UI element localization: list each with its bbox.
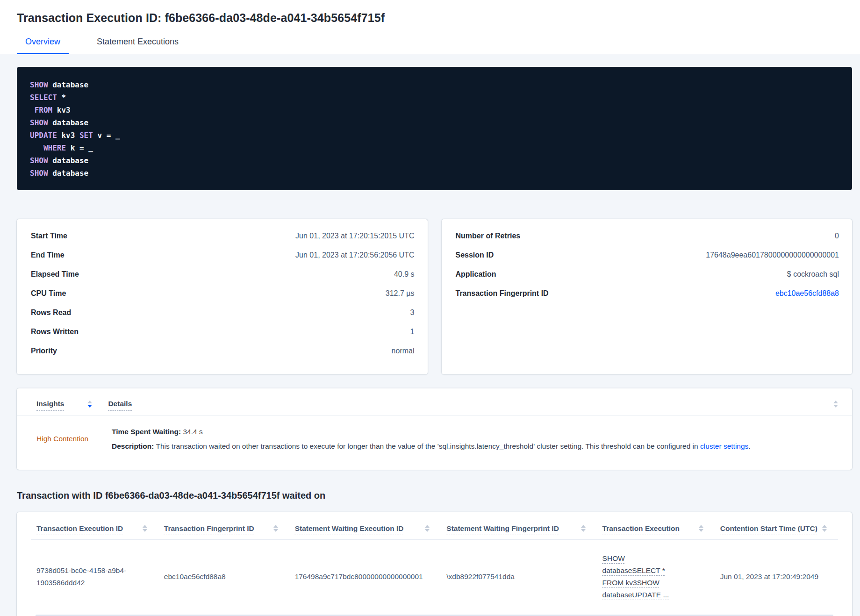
detail-label: End Time xyxy=(31,251,64,259)
sql-keyword: FROM xyxy=(35,106,53,115)
sql-line: UPDATE kv3 SET v = _ xyxy=(30,129,839,142)
sort-icon[interactable] xyxy=(581,525,586,532)
sql-text: kv3 xyxy=(52,106,71,115)
description-period: . xyxy=(748,442,750,450)
detail-value: 3 xyxy=(410,308,415,317)
detail-row-priority: Priority normal xyxy=(31,347,415,366)
detail-row-rows-written: Rows Written 1 xyxy=(31,328,415,347)
cell-statement-waiting-execution-id: 176498a9c717bdc80000000000000001 xyxy=(289,540,441,614)
detail-row-session-id: Session ID 17648a9eea6017800000000000000… xyxy=(456,251,839,270)
waited-on-table-card: Transaction Execution ID Transaction Fin… xyxy=(17,512,852,616)
insight-type-label: High Contention xyxy=(36,435,112,443)
details-column-header[interactable]: Details xyxy=(108,400,132,408)
overview-content: SHOW database SELECT * FROM kv3 SHOW dat… xyxy=(0,54,860,616)
column-header-transaction-execution-id[interactable]: Transaction Execution ID xyxy=(36,523,123,533)
waited-on-table: Transaction Execution ID Transaction Fin… xyxy=(31,513,838,614)
sql-line: SHOW database xyxy=(30,154,839,167)
sql-keyword: SET xyxy=(79,131,93,140)
detail-label: Session ID xyxy=(456,251,494,259)
sql-line: SELECT * xyxy=(30,91,839,104)
tab-bar: Overview Statement Executions xyxy=(0,37,860,54)
cell-contention-start-time: Jun 01, 2023 at 17:20:49:2049 xyxy=(715,540,838,614)
insights-column-header[interactable]: Insights xyxy=(36,400,64,408)
detail-label: Elapsed Time xyxy=(31,270,79,279)
sql-line: SHOW database xyxy=(30,116,839,129)
sql-keyword: SHOW xyxy=(30,156,48,165)
sql-text: database xyxy=(48,80,89,89)
detail-row-start-time: Start Time Jun 01, 2023 at 17:20:15:2015… xyxy=(31,232,415,251)
column-header-statement-waiting-fingerprint-id[interactable]: Statement Waiting Fingerprint ID xyxy=(446,523,559,533)
sql-text: database xyxy=(48,118,89,127)
detail-row-cpu-time: CPU Time 312.7 µs xyxy=(31,289,415,308)
insight-row: High Contention Time Spent Waiting: 34.4… xyxy=(17,415,852,470)
detail-label: Application xyxy=(456,270,496,279)
sql-text: kv3 xyxy=(57,131,79,140)
waited-on-heading: Transaction with ID f6be6366-da03-48de-a… xyxy=(17,490,852,501)
detail-value: 40.9 s xyxy=(394,270,415,279)
detail-row-transaction-fingerprint-id: Transaction Fingerprint ID ebc10ae56cfd8… xyxy=(456,289,839,308)
detail-label: Rows Read xyxy=(31,308,71,317)
detail-row-retries: Number of Retries 0 xyxy=(456,232,839,251)
sort-icon[interactable] xyxy=(273,525,278,532)
description-label: Description: xyxy=(112,442,154,450)
sql-keyword: UPDATE xyxy=(30,131,57,140)
sql-keyword: SELECT xyxy=(30,93,57,102)
column-header-statement-waiting-execution-id[interactable]: Statement Waiting Execution ID xyxy=(295,523,404,533)
table-header-row: Transaction Execution ID Transaction Fin… xyxy=(31,513,838,540)
detail-value: 1 xyxy=(410,328,415,336)
detail-label: Number of Retries xyxy=(456,232,521,240)
cluster-settings-link[interactable]: cluster settings xyxy=(700,442,748,450)
sql-line: FROM kv3 xyxy=(30,104,839,116)
detail-value: 312.7 µs xyxy=(386,289,415,298)
sql-line: SHOW database xyxy=(30,79,839,91)
sql-line: WHERE k = _ xyxy=(30,142,839,154)
sort-icon[interactable] xyxy=(425,525,430,532)
column-header-contention-start-time[interactable]: Contention Start Time (UTC) xyxy=(720,523,817,533)
sort-icon[interactable] xyxy=(822,525,827,532)
detail-label: CPU Time xyxy=(31,289,66,298)
waiting-label: Time Spent Waiting: xyxy=(112,428,181,436)
sql-line: SHOW database xyxy=(30,167,839,179)
sql-text: database xyxy=(48,169,89,178)
detail-row-end-time: End Time Jun 01, 2023 at 17:20:56:2056 U… xyxy=(31,251,415,270)
insight-description: Description: This transaction waited on … xyxy=(112,440,838,452)
summary-cards-row: Start Time Jun 01, 2023 at 17:20:15:2015… xyxy=(17,219,852,374)
page-title: Transaction Execution ID: f6be6366-da03-… xyxy=(17,11,843,25)
detail-label: Priority xyxy=(31,347,57,355)
detail-row-elapsed-time: Elapsed Time 40.9 s xyxy=(31,270,415,289)
execution-details-card: Start Time Jun 01, 2023 at 17:20:15:2015… xyxy=(17,219,428,374)
sort-icon[interactable] xyxy=(143,525,147,532)
sql-keyword: SHOW xyxy=(30,169,48,178)
column-header-transaction-fingerprint-id[interactable]: Transaction Fingerprint ID xyxy=(164,523,254,533)
sql-keyword: SHOW xyxy=(30,118,48,127)
detail-value: normal xyxy=(392,347,415,355)
insights-card: Insights Details High Contention Time Sp… xyxy=(17,388,852,470)
column-header-transaction-execution[interactable]: Transaction Execution xyxy=(602,523,680,533)
detail-value: Jun 01, 2023 at 17:20:15:2015 UTC xyxy=(295,232,414,240)
sql-keyword: WHERE xyxy=(43,143,66,152)
sort-icon[interactable] xyxy=(833,401,838,408)
sql-text: k = _ xyxy=(66,143,93,152)
sort-icon[interactable] xyxy=(699,525,703,532)
insights-table-header: Insights Details xyxy=(17,388,852,415)
sql-text: v = _ xyxy=(93,131,120,140)
cell-statement-waiting-fingerprint-id: \xdb8922f077541dda xyxy=(441,540,596,614)
sql-text xyxy=(30,143,43,152)
detail-value: 0 xyxy=(835,232,839,240)
transaction-fingerprint-link[interactable]: ebc10ae56cfd88a8 xyxy=(775,289,839,298)
description-text: This transaction waited on other transac… xyxy=(154,442,700,450)
detail-value: $ cockroach sql xyxy=(787,270,839,279)
detail-row-rows-read: Rows Read 3 xyxy=(31,308,415,328)
table-row: 9738d051-bc0e-4158-a9b4-1903586ddd42 ebc… xyxy=(31,540,838,614)
tab-statement-executions[interactable]: Statement Executions xyxy=(88,37,187,54)
sql-text xyxy=(30,106,35,115)
detail-value: 17648a9eea6017800000000000000001 xyxy=(706,251,839,259)
tab-overview[interactable]: Overview xyxy=(17,37,69,54)
cell-transaction-fingerprint-id: ebc10ae56cfd88a8 xyxy=(158,540,289,614)
transaction-execution-link[interactable]: SHOW databaseSELECT * FROM kv3SHOW datab… xyxy=(602,552,684,601)
sql-keyword: SHOW xyxy=(30,80,48,89)
detail-row-application: Application $ cockroach sql xyxy=(456,270,839,289)
page-header: Transaction Execution ID: f6be6366-da03-… xyxy=(0,0,860,54)
sort-icon[interactable] xyxy=(87,401,92,408)
transaction-sql-box: SHOW database SELECT * FROM kv3 SHOW dat… xyxy=(17,67,852,190)
